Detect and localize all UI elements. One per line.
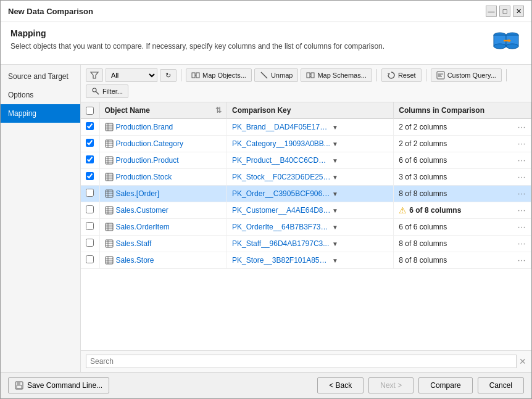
row-0-checkbox[interactable] (86, 122, 94, 130)
row-0-columns-in-comparison: 2 of 2 columns··· (394, 119, 531, 136)
sidebar-item-options[interactable]: Options (1, 86, 80, 104)
row-6-key-text: PK_OrderIte__64B7B3F73C... (232, 223, 331, 231)
row-1-name-text: Production.Category (116, 139, 183, 148)
row-3-name-text: Production.Stock (116, 173, 172, 181)
compare-button[interactable]: Compare (418, 377, 472, 393)
row-0-key-dropdown[interactable]: ▼ (332, 124, 338, 131)
filter-dropdown[interactable]: All Mapped Unmapped (106, 68, 157, 82)
row-7-columns-text: 8 of 8 columns (399, 239, 447, 248)
row-4-more-button[interactable]: ··· (518, 189, 526, 198)
reset-button[interactable]: Reset (381, 68, 422, 82)
row-3-key-dropdown[interactable]: ▼ (332, 174, 338, 181)
row-7-checkbox-cell (81, 236, 99, 252)
row-1-comparison-key: PK_Category__19093A0BB...▼ (227, 136, 394, 152)
filter-button[interactable]: Filter... (86, 84, 128, 98)
row-2-columns-text: 6 of 6 columns (399, 156, 447, 165)
table-row: Production.ProductPK_Product__B40CC6CDC3… (81, 152, 531, 169)
separator-3 (426, 69, 426, 81)
row-5-columns-text: 6 of 8 columns (409, 206, 461, 215)
row-4-key-dropdown[interactable]: ▼ (332, 191, 338, 197)
sidebar-item-source-and-target[interactable]: Source and Target (1, 67, 80, 86)
select-all-checkbox[interactable] (86, 107, 94, 115)
sort-icon: ⇅ (215, 106, 222, 115)
row-2-name-text: Production.Product (116, 156, 179, 165)
header: Mapping Select objects that you want to … (1, 22, 531, 65)
row-4-comparison-key: PK_Order__C3905BCF9069...▼ (227, 186, 394, 202)
table-row: Sales.CustomerPK_Customer__A4AE64D85...▼… (81, 202, 531, 219)
sidebar: Source and Target Options Mapping (1, 65, 81, 372)
table-row: Production.CategoryPK_Category__19093A0B… (81, 136, 531, 152)
next-button[interactable]: Next > (368, 377, 414, 393)
row-5-more-button[interactable]: ··· (518, 206, 526, 215)
row-5-name-text: Sales.Customer (116, 206, 168, 215)
map-objects-button[interactable]: Map Objects... (186, 68, 252, 82)
row-2-key-dropdown[interactable]: ▼ (332, 157, 338, 164)
row-8-comparison-key: PK_Store__3B82F101A8556...▼ (227, 252, 394, 269)
row-6-checkbox-cell (81, 219, 99, 236)
row-7-object-name: Sales.Staff (99, 236, 227, 252)
table-row: Sales.StorePK_Store__3B82F101A8556...▼8 … (81, 252, 531, 269)
row-3-more-button[interactable]: ··· (518, 173, 526, 181)
table-row: Production.StockPK_Stock__F0C23D6DE25A..… (81, 169, 531, 186)
row-5-key-dropdown[interactable]: ▼ (332, 207, 338, 214)
row-4-key-text: PK_Order__C3905BCF9069... (232, 189, 331, 198)
footer-right: < Back Next > Compare Cancel (317, 377, 524, 393)
row-7-more-button[interactable]: ··· (518, 239, 526, 248)
row-5-object-name: Sales.Customer (99, 202, 227, 219)
back-button[interactable]: < Back (317, 377, 364, 393)
maximize-button[interactable]: □ (499, 6, 510, 17)
row-1-checkbox[interactable] (86, 139, 94, 147)
custom-query-button[interactable]: Custom Query... (431, 68, 502, 82)
custom-query-icon (436, 71, 445, 80)
unmap-button[interactable]: Unmap (254, 68, 298, 82)
sidebar-item-mapping[interactable]: Mapping (1, 104, 80, 123)
row-8-key-dropdown[interactable]: ▼ (332, 257, 338, 264)
toolbar: All Mapped Unmapped ↻ Map Objects... (81, 65, 531, 102)
row-8-checkbox[interactable] (86, 255, 94, 263)
database-icon (491, 28, 522, 59)
object-name-header: Object Name ⇅ (99, 102, 227, 119)
footer: Save Command Line... < Back Next > Compa… (1, 372, 531, 398)
row-6-checkbox[interactable] (86, 222, 94, 230)
row-5-checkbox[interactable] (86, 205, 94, 213)
save-command-line-button[interactable]: Save Command Line... (8, 377, 109, 393)
filter-icon (90, 71, 99, 80)
table-row: Sales.OrderItemPK_OrderIte__64B7B3F73C..… (81, 219, 531, 236)
filter-icon-button[interactable] (86, 68, 103, 82)
table-container: Object Name ⇅ Comparison Key Columns in … (81, 102, 531, 350)
row-7-key-text: PK_Staff__96D4AB1797C3... (232, 239, 331, 248)
row-4-object-name: Sales.[Order] (99, 186, 227, 202)
row-5-key-text: PK_Customer__A4AE64D85... (232, 206, 331, 215)
search-clear-icon[interactable]: ✕ (519, 356, 526, 366)
row-6-more-button[interactable]: ··· (518, 223, 526, 231)
minimize-button[interactable]: — (486, 6, 497, 17)
row-1-key-text: PK_Category__19093A0BB... (232, 139, 331, 148)
row-2-checkbox-cell (81, 152, 99, 169)
row-3-checkbox[interactable] (86, 172, 94, 180)
title-controls: — □ ✕ (486, 6, 524, 17)
cancel-button[interactable]: Cancel (478, 377, 524, 393)
svg-line-22 (96, 92, 99, 95)
row-6-key-dropdown[interactable]: ▼ (332, 224, 338, 231)
row-2-more-button[interactable]: ··· (518, 156, 526, 165)
row-4-checkbox[interactable] (86, 189, 94, 197)
close-button[interactable]: ✕ (513, 6, 524, 17)
search-input[interactable] (86, 355, 517, 368)
row-3-checkbox-cell (81, 169, 99, 186)
row-0-more-button[interactable]: ··· (518, 123, 526, 131)
row-1-more-button[interactable]: ··· (518, 139, 526, 148)
row-4-columns-in-comparison: 8 of 8 columns··· (394, 186, 531, 202)
separator-2 (376, 69, 377, 81)
refresh-button[interactable]: ↻ (160, 69, 177, 82)
map-objects-icon (191, 71, 200, 80)
header-description: Select objects that you want to compare.… (10, 42, 384, 51)
row-2-checkbox[interactable] (86, 155, 94, 163)
row-1-key-dropdown[interactable]: ▼ (332, 141, 338, 147)
row-7-key-dropdown[interactable]: ▼ (332, 241, 338, 247)
row-4-columns-text: 8 of 8 columns (399, 189, 447, 198)
row-2-comparison-key: PK_Product__B40CC6CDC3...▼ (227, 152, 394, 169)
map-schemas-button[interactable]: Map Schemas... (301, 68, 372, 82)
unmap-icon (260, 71, 268, 80)
row-7-checkbox[interactable] (86, 239, 94, 247)
row-8-more-button[interactable]: ··· (518, 256, 526, 265)
